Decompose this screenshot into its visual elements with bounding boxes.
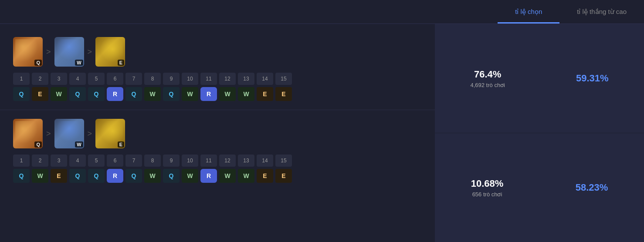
- skill-key-q: Q: [13, 87, 30, 101]
- skill-key-r: R: [107, 87, 123, 101]
- stat-pick-rate: 76.4%: [470, 69, 505, 80]
- level-col: 7Q: [125, 155, 142, 183]
- level-col: 4Q: [69, 155, 86, 183]
- skill-key-e: E: [257, 169, 273, 183]
- skill-key-w: W: [144, 87, 161, 101]
- skill-key-q: Q: [88, 87, 105, 101]
- content-area: Q>W>E1Q2E3W4Q5Q6R7Q8W9Q10W11R12W13W14E15…: [0, 24, 644, 242]
- skill-key-e: E: [275, 169, 292, 183]
- level-col: 13W: [238, 155, 254, 183]
- level-number: 8: [144, 155, 161, 167]
- skill-key-q: Q: [69, 87, 86, 101]
- skill-icon-e-1: E: [95, 37, 125, 67]
- skill-key-w: W: [144, 169, 161, 183]
- level-col: 3E: [51, 155, 67, 183]
- key-badge-e: E: [118, 60, 124, 66]
- tab-bar: tỉ lệ chọn tỉ lệ thắng từ cao: [0, 0, 644, 24]
- level-number: 8: [144, 73, 161, 85]
- level-number: 11: [200, 73, 217, 85]
- level-number: 2: [32, 155, 48, 167]
- level-col: 10W: [182, 73, 198, 101]
- tab-ti-le-chon[interactable]: tỉ lệ chọn: [498, 0, 559, 24]
- stat-block-2: 10.68%656 trò chơi58.23%: [435, 133, 644, 242]
- skill-key-w: W: [182, 169, 198, 183]
- level-number: 4: [69, 155, 86, 167]
- skill-key-q: Q: [125, 87, 142, 101]
- skill-icon-q-2: Q: [13, 119, 43, 148]
- skill-key-w: W: [32, 169, 48, 183]
- skill-icon-q-1: Q: [13, 37, 43, 67]
- level-col: 1Q: [13, 155, 30, 183]
- skill-key-e: E: [275, 87, 292, 101]
- level-number: 1: [13, 155, 30, 167]
- level-number: 12: [219, 155, 236, 167]
- level-col: 14E: [257, 155, 273, 183]
- skill-icon-w-1: W: [54, 37, 84, 67]
- level-col: 6R: [107, 155, 123, 183]
- skill-key-r: R: [200, 169, 217, 183]
- level-number: 12: [219, 73, 236, 85]
- level-number: 5: [88, 155, 105, 167]
- arrow-icon: >: [88, 129, 92, 138]
- skill-key-e: E: [257, 87, 273, 101]
- skill-icon-e-2: E: [95, 119, 125, 148]
- level-number: 9: [163, 155, 180, 167]
- level-col: 9Q: [163, 73, 180, 101]
- skill-key-w: W: [182, 87, 198, 101]
- level-number: 13: [238, 73, 254, 85]
- skill-key-q: Q: [125, 169, 142, 183]
- key-badge-q: Q: [34, 141, 42, 148]
- key-badge-q: Q: [34, 60, 42, 66]
- skill-key-r: R: [200, 87, 217, 101]
- skill-icons-1: Q>W>E: [13, 37, 422, 67]
- level-col: 11R: [200, 155, 217, 183]
- skill-key-q: Q: [13, 169, 30, 183]
- level-number: 5: [88, 73, 105, 85]
- level-number: 4: [69, 73, 86, 85]
- level-col: 13W: [238, 73, 254, 101]
- level-col: 3W: [51, 73, 67, 101]
- level-col: 7Q: [125, 73, 142, 101]
- stat-pick-rate: 10.68%: [471, 178, 504, 189]
- skill-icons-2: Q>W>E: [13, 119, 422, 148]
- level-number: 15: [275, 155, 292, 167]
- skill-key-w: W: [219, 169, 236, 183]
- level-number: 10: [182, 155, 198, 167]
- key-badge-e: E: [118, 141, 124, 148]
- skill-key-q: Q: [69, 169, 86, 183]
- key-badge-w: W: [75, 141, 83, 148]
- level-col: 1Q: [13, 73, 30, 101]
- level-row-1: 1Q2E3W4Q5Q6R7Q8W9Q10W11R12W13W14E15E: [13, 73, 422, 101]
- skill-key-q: Q: [163, 169, 180, 183]
- arrow-icon: >: [46, 129, 51, 138]
- level-number: 15: [275, 73, 292, 85]
- level-col: 12W: [219, 155, 236, 183]
- level-col: 4Q: [69, 73, 86, 101]
- arrow-icon: >: [88, 47, 92, 57]
- skill-key-w: W: [219, 87, 236, 101]
- level-col: 14E: [257, 73, 273, 101]
- level-col: 5Q: [88, 73, 105, 101]
- skill-key-w: W: [238, 169, 254, 183]
- build-row-2: Q>W>E1Q2W3E4Q5Q6R7Q8W9Q10W11R12W13W14E15…: [0, 110, 435, 192]
- level-number: 3: [51, 73, 67, 85]
- skill-key-q: Q: [163, 87, 180, 101]
- level-col: 8W: [144, 73, 161, 101]
- level-col: 15E: [275, 73, 292, 101]
- skill-key-r: R: [107, 169, 123, 183]
- level-col: 6R: [107, 73, 123, 101]
- stat-win-rate: 58.23%: [576, 182, 608, 193]
- skill-key-w: W: [238, 87, 254, 101]
- level-col: 11R: [200, 73, 217, 101]
- level-number: 2: [32, 73, 48, 85]
- level-number: 10: [182, 73, 198, 85]
- level-col: 9Q: [163, 155, 180, 183]
- level-col: 2W: [32, 155, 48, 183]
- level-col: 15E: [275, 155, 292, 183]
- stat-block-1: 76.4%4,692 trò chơi59.31%: [435, 24, 644, 133]
- level-col: 12W: [219, 73, 236, 101]
- tab-ti-le-thang[interactable]: tỉ lệ thắng từ cao: [559, 0, 644, 24]
- stat-games-count: 4,692 trò chơi: [470, 82, 505, 88]
- skill-key-e: E: [32, 87, 48, 101]
- skill-icon-w-2: W: [54, 119, 84, 148]
